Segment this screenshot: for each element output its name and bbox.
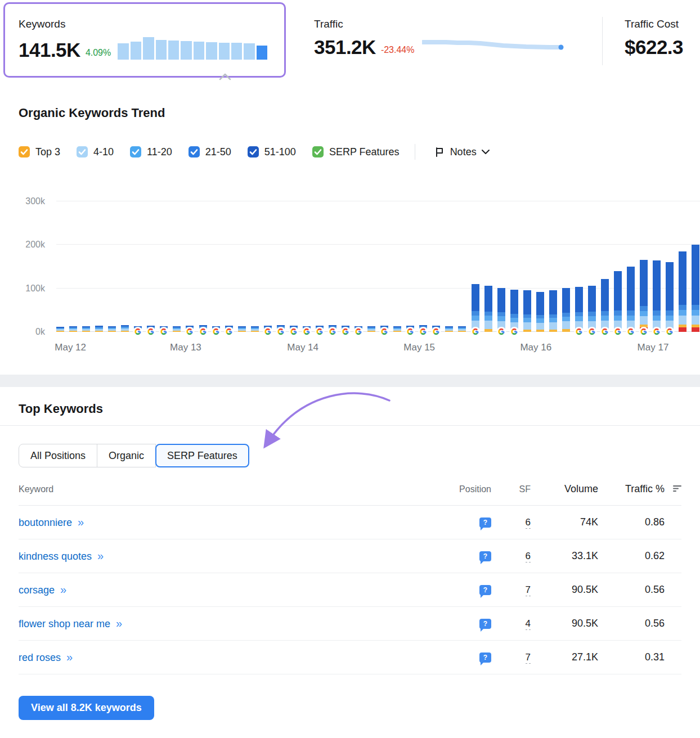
keyword-arrow-icon[interactable]: »	[66, 651, 72, 663]
chart-bar[interactable]	[173, 326, 181, 332]
legend-item-serp-features[interactable]: SERP Features	[312, 146, 400, 158]
chart-bar[interactable]	[614, 271, 622, 332]
chart-bar[interactable]	[134, 326, 142, 332]
chart-bar[interactable]	[212, 326, 220, 332]
sort-icon[interactable]	[673, 484, 681, 494]
sf-value[interactable]: 7	[526, 652, 531, 664]
legend-item-11-20[interactable]: 11-20	[130, 146, 172, 158]
tab-all-positions[interactable]: All Positions	[19, 444, 97, 467]
column-volume[interactable]: Volume	[564, 483, 598, 495]
tab-organic[interactable]: Organic	[97, 444, 156, 467]
chart-bar[interactable]	[393, 326, 401, 332]
position-serp-feature-icon[interactable]: ?	[479, 585, 491, 595]
sf-value[interactable]: 7	[526, 584, 531, 596]
checkbox-top-3[interactable]	[19, 146, 30, 158]
keyword-link[interactable]: corsage	[19, 584, 55, 596]
position-serp-feature-icon[interactable]: ?	[479, 518, 491, 528]
checkbox-21-50[interactable]	[189, 146, 200, 158]
legend-item-51-100[interactable]: 51-100	[248, 146, 296, 158]
tab-serp-features[interactable]: SERP Features	[155, 444, 249, 467]
checkbox-51-100[interactable]	[248, 146, 259, 158]
legend-item-21-50[interactable]: 21-50	[189, 146, 231, 158]
checkbox-4-10[interactable]	[77, 146, 88, 158]
chart-bar[interactable]	[238, 326, 246, 332]
keyword-arrow-icon[interactable]: »	[60, 583, 66, 596]
position-serp-feature-icon[interactable]: ?	[479, 551, 491, 561]
chart-bar[interactable]	[264, 326, 272, 332]
keyword-arrow-icon[interactable]: »	[116, 617, 122, 629]
chart-bar[interactable]	[199, 325, 207, 332]
keyword-link[interactable]: boutonniere	[19, 517, 72, 528]
chart-bar[interactable]	[523, 290, 531, 332]
chart-bar[interactable]	[147, 326, 155, 332]
keyword-link[interactable]: kindness quotes	[19, 551, 92, 562]
chart-bar[interactable]	[575, 287, 583, 332]
position-serp-feature-icon[interactable]: ?	[479, 652, 491, 663]
chart-bar[interactable]	[666, 262, 674, 332]
view-all-button[interactable]: View all 8.2K keywords	[19, 696, 154, 720]
checkbox-serp-features[interactable]	[312, 146, 324, 158]
column-traffic-pct[interactable]: Traffic %	[625, 483, 665, 495]
traffic-card[interactable]: Traffic 351.2K -23.44%	[314, 18, 564, 57]
chart-bar[interactable]	[679, 251, 686, 332]
legend-item-top-3[interactable]: Top 3	[19, 146, 60, 158]
chart-bar[interactable]	[549, 290, 557, 332]
chart-bar[interactable]	[380, 326, 388, 332]
chart-bar[interactable]	[640, 260, 648, 332]
chart-bar[interactable]	[160, 326, 168, 332]
chart-bar[interactable]	[355, 326, 362, 332]
chart-bar[interactable]	[497, 288, 505, 332]
chart-bar[interactable]	[601, 279, 609, 332]
keyword-link[interactable]: red roses	[19, 652, 61, 663]
bar-segment	[653, 310, 661, 316]
column-keyword[interactable]: Keyword	[19, 484, 412, 494]
column-position[interactable]: Position	[459, 484, 491, 494]
chart-bar[interactable]	[290, 326, 298, 332]
chart-bar[interactable]	[536, 292, 544, 332]
chart-bar[interactable]	[367, 326, 375, 332]
column-sf[interactable]: SF	[519, 484, 531, 494]
chart-bar[interactable]	[69, 326, 77, 332]
position-serp-feature-icon[interactable]: ?	[479, 619, 491, 629]
chart-bar[interactable]	[277, 325, 285, 332]
sf-value[interactable]: 4	[526, 618, 531, 630]
chart-bar[interactable]	[186, 326, 194, 332]
chart-bar[interactable]	[562, 288, 570, 332]
chart-bar[interactable]	[108, 326, 116, 332]
notes-button[interactable]: Notes	[430, 146, 493, 159]
keyword-link[interactable]: flower shop near me	[19, 618, 110, 629]
bar-segment	[536, 330, 544, 332]
chart-bar[interactable]	[406, 326, 414, 332]
chart-bar[interactable]	[95, 326, 103, 332]
chart-bar[interactable]	[303, 326, 311, 332]
chart-bar[interactable]	[121, 325, 129, 332]
chart-bar[interactable]	[458, 326, 466, 332]
traffic-cost-card[interactable]: Traffic Cost $622.3	[625, 18, 700, 57]
keywords-card[interactable]: Keywords 141.5K 4.09%	[19, 18, 267, 60]
sf-value[interactable]: 6	[526, 551, 531, 562]
sf-value[interactable]: 6	[526, 517, 531, 529]
chart-bar[interactable]	[484, 286, 492, 332]
chart-bar[interactable]	[588, 286, 596, 332]
chart-bar[interactable]	[225, 326, 233, 332]
chart-bar[interactable]	[432, 326, 440, 332]
keyword-arrow-icon[interactable]: »	[97, 550, 103, 562]
chart-bar[interactable]	[692, 245, 699, 332]
chart-bar[interactable]	[445, 326, 453, 332]
bar-segment	[601, 279, 609, 311]
chart-bar[interactable]	[653, 260, 661, 332]
chart-bar[interactable]	[510, 290, 518, 332]
google-serp-icon	[224, 327, 234, 336]
chart-bar[interactable]	[627, 267, 635, 332]
chart-bar[interactable]	[316, 326, 324, 332]
chart-bar[interactable]	[342, 326, 349, 332]
chart-bar[interactable]	[56, 327, 64, 332]
chart-bar[interactable]	[251, 326, 259, 332]
chart-bar[interactable]	[82, 326, 90, 332]
keyword-arrow-icon[interactable]: »	[78, 516, 83, 528]
legend-item-4-10[interactable]: 4-10	[77, 146, 114, 158]
checkbox-11-20[interactable]	[130, 146, 141, 158]
chart-bar[interactable]	[472, 284, 479, 332]
chart-bar[interactable]	[419, 325, 427, 332]
chart-bar[interactable]	[329, 325, 336, 332]
